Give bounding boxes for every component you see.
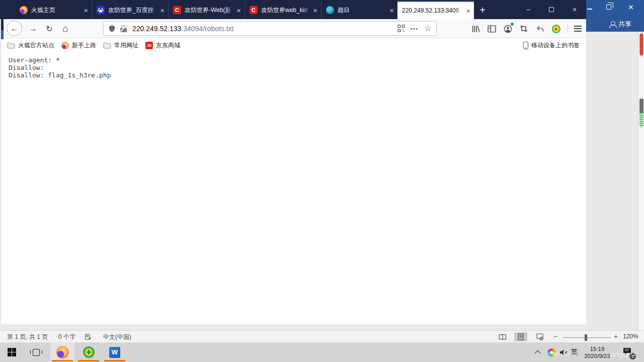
bookmark-jd-mall[interactable]: JD 京东商城 — [145, 41, 180, 50]
url-bar[interactable]: 220.249.52.133:34094/robots.txt ••• ☆ — [103, 21, 437, 36]
firefox-icon — [56, 346, 69, 358]
word-restore-icon[interactable] — [606, 5, 611, 10]
page-actions-icon[interactable]: ••• — [411, 26, 419, 32]
tab-close-icon[interactable]: × — [236, 7, 241, 14]
tab-robots-txt-active[interactable]: 220.249.52.133:3409 × — [397, 1, 474, 19]
tab-close-icon[interactable]: × — [84, 7, 88, 14]
tab-close-icon[interactable]: × — [313, 7, 317, 14]
tray-chevron-up[interactable] — [532, 342, 544, 362]
sidebar-toggle-icon[interactable] — [485, 23, 498, 35]
firefox-window: 火狐主页 × 攻防世界_百度搜 × C 攻防世界-Web(新 × C 攻防世界w… — [0, 0, 586, 324]
zoom-in-button[interactable]: + — [614, 332, 618, 340]
word-count[interactable]: 0 个字 — [58, 333, 75, 341]
bookmark-folder-firefox-sites[interactable]: 火狐官方站点 — [7, 41, 54, 50]
start-button[interactable] — [0, 342, 23, 362]
reload-button[interactable]: ↻ — [43, 23, 55, 35]
jd-icon: JD — [145, 42, 153, 49]
screen: 火狐主页 × 攻防世界_百度搜 × C 攻防世界-Web(新 × C 攻防世界w… — [0, 0, 644, 362]
maximize-button[interactable] — [540, 0, 563, 19]
insecure-lock-icon[interactable] — [120, 25, 127, 33]
bookmark-star-icon[interactable]: ☆ — [424, 23, 432, 34]
word-minimize-icon[interactable] — [587, 9, 592, 10]
scrollbar-thumb-gray[interactable] — [639, 99, 643, 113]
home-button[interactable]: ⌂ — [59, 23, 71, 35]
tab-csdn-web-kid[interactable]: C 攻防世界web_kid × — [245, 1, 321, 19]
menu-hamburger-icon[interactable] — [571, 23, 584, 35]
tab-challenge[interactable]: 题目 × — [321, 1, 397, 19]
forward-button[interactable]: → — [27, 23, 39, 35]
word-title-bar: × 共享 — [586, 0, 644, 32]
tab-csdn-web[interactable]: C 攻防世界-Web(新 × — [168, 1, 245, 19]
person-icon — [609, 21, 616, 28]
robots-txt-text: User-agent: * Disallow: Disallow: flag_1… — [0, 53, 586, 79]
zoom-slider-thumb[interactable] — [585, 334, 587, 341]
bookmark-getting-started[interactable]: 新手上路 — [61, 41, 96, 50]
notification-dot — [511, 23, 514, 26]
chevron-up-icon — [535, 350, 540, 355]
running-indicator — [52, 360, 73, 361]
scrollbar-thumb-red[interactable] — [639, 33, 643, 56]
taskbar-360-browser[interactable] — [76, 342, 101, 362]
word-window-strip: × 共享 — [586, 0, 644, 330]
taskbar-word[interactable]: W — [103, 342, 127, 362]
firefox-icon — [61, 42, 69, 49]
tab-firefox-home[interactable]: 火狐主页 × — [15, 1, 92, 19]
tab-close-icon[interactable]: × — [160, 7, 165, 14]
bookmark-label: 京东商城 — [156, 41, 180, 50]
tab-bar: 火狐主页 × 攻防世界_百度搜 × C 攻防世界-Web(新 × C 攻防世界w… — [0, 0, 586, 19]
folder-icon — [7, 42, 15, 49]
minimize-button[interactable]: − — [517, 0, 540, 19]
bookmark-mobile-bookmarks[interactable]: 移动设备上的书签 — [523, 41, 580, 50]
adworld-favicon — [326, 6, 334, 14]
tab-title: 攻防世界web_kid — [261, 6, 310, 15]
running-indicator — [78, 360, 99, 361]
tab-title: 火狐主页 — [31, 6, 81, 15]
firefox-favicon — [20, 6, 28, 14]
window-controls: − × — [517, 0, 586, 19]
zoom-out-button[interactable]: − — [553, 332, 557, 340]
tracking-shield-icon[interactable] — [108, 25, 116, 33]
url-path[interactable]: :34094/robots.txt — [181, 25, 233, 33]
zoom-slider[interactable] — [562, 337, 611, 338]
read-mode-icon[interactable] — [496, 332, 509, 341]
word-close-icon[interactable]: × — [628, 3, 633, 13]
tab-baidu-search[interactable]: 攻防世界_百度搜 × — [92, 1, 168, 19]
url-host[interactable]: 220.249.52.133 — [132, 25, 181, 33]
qr-code-icon[interactable] — [397, 25, 405, 32]
word-status-bar: 第 1 页, 共 1 页 0 个字 中文(中国) − + 120% — [0, 330, 644, 342]
navigation-toolbar: ← → ↻ ⌂ 220.249.52.133:34094/robots.txt — [0, 19, 586, 38]
word-icon: W — [109, 347, 120, 358]
tab-close-icon[interactable]: × — [466, 7, 470, 15]
share-button[interactable]: 共享 — [609, 20, 631, 29]
csdn-favicon: C — [173, 6, 181, 14]
selection-handle — [1, 30, 4, 39]
taskbar-firefox[interactable] — [50, 342, 74, 362]
baidu-favicon — [97, 6, 105, 14]
tab-title: 题目 — [338, 6, 387, 15]
web-layout-icon[interactable] — [533, 332, 546, 341]
tab-title: 攻防世界_百度搜 — [108, 6, 157, 15]
undo-arrow-icon[interactable] — [533, 23, 546, 35]
bookmark-label: 火狐官方站点 — [18, 41, 54, 50]
bookmark-folder-common-sites[interactable]: 常用网址 — [103, 41, 138, 50]
new-tab-button[interactable]: + — [474, 1, 491, 19]
close-button[interactable]: × — [563, 0, 586, 19]
library-icon[interactable] — [469, 23, 482, 35]
toolbar-divider — [568, 24, 568, 34]
screenshot-crop-icon[interactable] — [517, 23, 530, 35]
tab-close-icon[interactable]: × — [389, 7, 394, 14]
bookmark-label: 新手上路 — [72, 41, 96, 50]
page-info[interactable]: 第 1 页, 共 1 页 — [7, 333, 48, 341]
maximize-icon — [549, 7, 554, 12]
zoom-level[interactable]: 120% — [623, 333, 638, 340]
account-icon[interactable] — [501, 23, 514, 35]
language-indicator[interactable]: 中文(中国) — [103, 333, 131, 341]
proofing-icon[interactable] — [82, 332, 95, 341]
back-button[interactable]: ← — [7, 21, 22, 36]
extension-360-icon[interactable] — [549, 23, 562, 35]
mobile-phone-icon — [523, 42, 528, 49]
folder-icon — [103, 42, 111, 49]
task-view-button[interactable] — [25, 342, 47, 362]
word-scrollbar[interactable] — [638, 32, 644, 330]
print-layout-icon[interactable] — [514, 332, 527, 341]
